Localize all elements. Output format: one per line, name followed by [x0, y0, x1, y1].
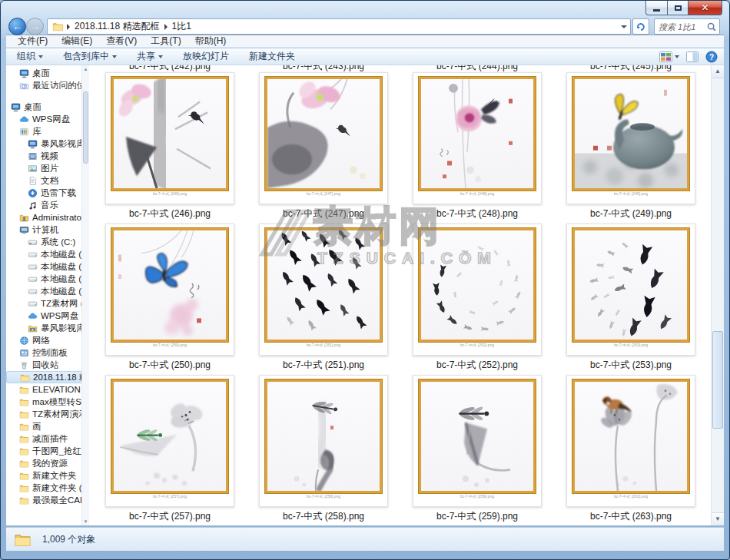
file-item[interactable]: bc-7-中式 (259).png bc-7-中式 (259).png	[400, 375, 554, 525]
sidebar-item[interactable]: 音乐	[6, 199, 82, 211]
file-name[interactable]: bc-7-中式 (259).png	[400, 510, 554, 523]
menu-item[interactable]: 编辑(E)	[55, 35, 99, 48]
sidebar-item[interactable]: 库	[6, 125, 82, 138]
sidebar-item[interactable]: WPS网盘	[6, 310, 82, 322]
breadcrumb-segment[interactable]: 1比1	[168, 20, 195, 33]
cloud-icon	[28, 311, 38, 321]
breadcrumb-segment[interactable]: 2018.11.18 精选配框	[71, 20, 164, 33]
file-item[interactable]: bc-7-中式 (249).png bc-7-中式 (249).png	[554, 72, 708, 224]
sidebar-item[interactable]: 本地磁盘 (G:)	[6, 285, 82, 297]
file-name[interactable]: bc-7-中式 (258).png	[247, 510, 400, 523]
file-name[interactable]: bc-7-中式 (250).png	[93, 359, 247, 372]
sidebar-item[interactable]: max模型转SU	[6, 396, 82, 408]
close-button[interactable]: ✕	[689, 1, 722, 15]
sidebar-item[interactable]: 新建文件夹	[6, 469, 82, 482]
sidebar-item[interactable]: 最近访问的位	[6, 79, 82, 91]
scrollbar-thumb[interactable]	[712, 331, 723, 429]
sidebar-item[interactable]: 本地磁盘 (F:)	[6, 273, 82, 285]
file-name[interactable]: bc-7-中式 (248).png	[400, 207, 554, 220]
preview-pane-icon[interactable]	[686, 51, 698, 62]
sidebar-item[interactable]: 暴风影视库	[6, 322, 82, 334]
sidebar-item[interactable]: Administrator	[6, 211, 82, 224]
menu-item[interactable]: 查看(V)	[99, 35, 144, 48]
views-icon	[659, 51, 672, 62]
file-item[interactable]: bc-7-中式 (253).png bc-7-中式 (253).png	[554, 224, 708, 375]
sidebar-item[interactable]: 系统 (C:)	[6, 236, 82, 248]
folder-icon	[12, 531, 33, 548]
file-item[interactable]: bc-7-中式 (251).png bc-7-中式 (251).png	[247, 224, 400, 375]
sidebar-item[interactable]: ELEVATION	[6, 383, 82, 396]
breadcrumb[interactable]: 2018.11.18 精选配框 1比1	[47, 18, 631, 35]
refresh-button[interactable]	[632, 18, 649, 35]
sidebar-scrollbar[interactable]: ▲ ▼	[81, 65, 89, 525]
file-item[interactable]: bc-7-中式 (247).png bc-7-中式 (247).png	[247, 72, 400, 224]
minimize-button[interactable]	[645, 1, 668, 15]
menu-item[interactable]: 文件(F)	[11, 35, 55, 48]
file-name[interactable]: bc-7-中式 (249).png	[554, 207, 708, 220]
sidebar-item[interactable]: 图片	[6, 162, 82, 174]
sidebar-item[interactable]: 千图网_抢红包	[6, 445, 82, 457]
file-name[interactable]: bc-7-中式 (252).png	[400, 359, 554, 372]
sidebar-item[interactable]: 画	[6, 420, 82, 432]
scroll-up-icon[interactable]: ▲	[82, 65, 89, 73]
chevron-down-icon[interactable]	[621, 25, 627, 28]
toolbar-button[interactable]: 放映幻灯片	[178, 48, 234, 65]
file-item[interactable]: bc-7-中式 (250).png bc-7-中式 (250).png	[93, 224, 247, 375]
sidebar-item[interactable]: 网络	[6, 334, 82, 346]
file-name[interactable]: bc-7-中式 (247).png	[247, 207, 400, 220]
sidebar-item[interactable]: 最强最全CAD	[6, 494, 82, 506]
sidebar-item[interactable]: 减面插件	[6, 432, 82, 445]
toolbar-button[interactable]: 包含到库中	[58, 48, 121, 65]
vertical-scrollbar[interactable]: ▲ ▼	[711, 65, 724, 525]
scroll-up-icon[interactable]: ▲	[712, 65, 724, 78]
sidebar-item[interactable]: 2018.11.18 精	[6, 371, 82, 383]
sidebar-item[interactable]: TZ素材网演示	[6, 408, 82, 420]
sidebar-scrollbar-thumb[interactable]	[83, 91, 88, 164]
sidebar-item[interactable]: 本地磁盘 (E:)	[6, 260, 82, 273]
sidebar-item[interactable]: TZ素材网 (	[6, 297, 82, 310]
sidebar-item[interactable]: 控制面板	[6, 346, 82, 359]
file-item[interactable]: bc-7-中式 (248).png bc-7-中式 (248).png	[400, 72, 554, 224]
sidebar-item[interactable]: 桌面	[6, 101, 82, 113]
sidebar-item[interactable]: 我的资源	[6, 457, 82, 469]
file-item[interactable]: bc-7-中式 (263).png bc-7-中式 (263).png	[554, 375, 708, 525]
file-name[interactable]: bc-7-中式 (257).png	[93, 510, 247, 523]
toolbar-button[interactable]: 新建文件夹	[244, 48, 300, 65]
svg-text:?: ?	[709, 52, 714, 61]
sidebar-item[interactable]: 迅雷下载	[6, 187, 82, 199]
file-name[interactable]: bc-7-中式 (251).png	[247, 359, 400, 372]
search-icon[interactable]	[706, 22, 717, 32]
sidebar-item-label: 桌面	[32, 68, 50, 79]
file-item[interactable]: bc-7-中式 (252).png bc-7-中式 (252).png	[400, 224, 554, 375]
search-input[interactable]	[657, 22, 706, 32]
file-item[interactable]: bc-7-中式 (258).png bc-7-中式 (258).png	[247, 375, 400, 525]
back-button[interactable]: ←	[8, 18, 26, 35]
file-name[interactable]: bc-7-中式 (246).png	[93, 207, 247, 220]
sidebar-item[interactable]: WPS网盘	[6, 113, 82, 125]
views-button[interactable]	[659, 51, 679, 62]
forward-button[interactable]: →	[26, 18, 44, 35]
sidebar-item[interactable]: 本地磁盘 (D:)	[6, 248, 82, 260]
toolbar-button[interactable]: 共享	[132, 48, 168, 65]
file-item[interactable]: bc-7-中式 (257).png bc-7-中式 (257).png	[93, 375, 247, 525]
menu-item[interactable]: 帮助(H)	[188, 35, 234, 48]
sidebar-item[interactable]: 回收站	[6, 359, 82, 371]
sidebar-item[interactable]: 文档	[6, 174, 82, 187]
toolbar-button[interactable]: 组织	[12, 48, 48, 65]
scroll-down-icon[interactable]: ▼	[82, 518, 89, 525]
maximize-button[interactable]	[668, 1, 689, 15]
search-box[interactable]	[654, 18, 720, 35]
folder-icon	[19, 422, 29, 432]
close-icon: ✕	[701, 2, 708, 13]
file-name[interactable]: bc-7-中式 (263).png	[554, 510, 708, 523]
file-name[interactable]: bc-7-中式 (253).png	[554, 359, 708, 372]
scroll-down-icon[interactable]: ▼	[712, 512, 724, 525]
sidebar-item[interactable]: 桌面	[6, 67, 82, 79]
sidebar-item[interactable]: 视频	[6, 150, 82, 162]
menu-item[interactable]: 工具(T)	[144, 35, 187, 48]
sidebar-item[interactable]: 新建文件夹 (	[6, 482, 82, 494]
help-icon[interactable]: ?	[705, 51, 718, 63]
file-item[interactable]: bc-7-中式 (246).png bc-7-中式 (246).png	[93, 72, 247, 224]
sidebar-item[interactable]: 计算机	[6, 224, 82, 236]
sidebar-item[interactable]: 暴风影视库	[6, 138, 82, 150]
